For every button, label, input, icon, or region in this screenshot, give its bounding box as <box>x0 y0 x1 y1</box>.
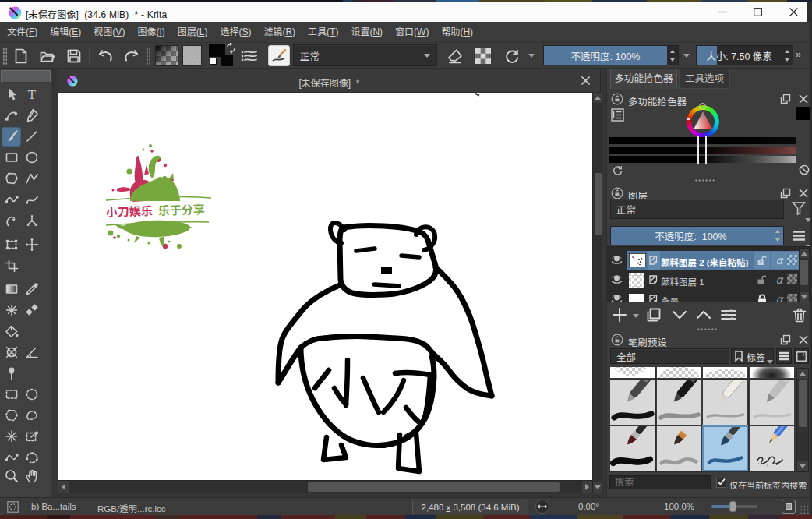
open-document-button[interactable] <box>37 46 58 66</box>
brush-preset-thumbnail[interactable] <box>609 380 655 425</box>
menu-window[interactable]: 窗口(W) <box>389 22 435 43</box>
docker-splitter-handle[interactable] <box>694 179 715 182</box>
status-image-size[interactable]: 2,480 x 3,508 (34.6 MiB) <box>412 500 528 514</box>
tool-reference-images[interactable] <box>2 364 21 383</box>
tool-assistants[interactable] <box>2 343 21 362</box>
layer-inherit-alpha-icon[interactable] <box>785 291 799 303</box>
toolbar-overflow-chevron[interactable]: » <box>796 48 800 60</box>
tab-advanced-color-selector[interactable]: 多功能拾色器 <box>610 69 677 89</box>
scroll-right-button[interactable] <box>582 481 592 493</box>
tool-select-freehand[interactable] <box>22 406 41 425</box>
tool-calligraphy[interactable] <box>22 106 41 125</box>
tool-move[interactable] <box>22 235 41 255</box>
layer-row[interactable]: 背景 α <box>607 290 812 303</box>
tool-crop[interactable] <box>2 256 21 276</box>
tool-select-bezier[interactable] <box>2 448 21 468</box>
no-color-icon[interactable] <box>799 164 810 175</box>
layer-lock-icon[interactable] <box>754 252 770 269</box>
tool-pan[interactable] <box>22 467 41 486</box>
brush-preset-thumbnail[interactable] <box>702 380 748 425</box>
layer-lock-icon[interactable] <box>754 291 770 303</box>
opacity-slider[interactable]: 不透明度: 100% <box>543 45 679 65</box>
color-strip-value[interactable] <box>609 156 796 163</box>
gradient-chooser[interactable] <box>155 45 178 66</box>
scroll-down-button[interactable] <box>593 482 602 493</box>
hsv-triangle[interactable] <box>690 110 715 135</box>
brush-preset-thumbnail[interactable] <box>656 367 702 379</box>
layer-thumbnail[interactable] <box>629 253 646 267</box>
layer-visibility-icon[interactable] <box>610 254 623 265</box>
tool-dynamic-brush[interactable] <box>2 211 21 231</box>
minimize-button[interactable] <box>705 2 740 22</box>
scroll-up-button[interactable] <box>797 369 808 379</box>
current-color-swatch[interactable] <box>796 107 812 120</box>
brush-preset-thumbnail[interactable] <box>609 367 655 379</box>
tool-zoom[interactable] <box>2 467 21 486</box>
menu-file[interactable]: 文件(F) <box>1 22 44 43</box>
maximize-button[interactable] <box>740 2 775 22</box>
menu-edit[interactable]: 编辑(E) <box>44 22 87 43</box>
tool-select-elliptical[interactable] <box>22 385 41 404</box>
tab-tool-options[interactable]: 工具选项 <box>679 69 730 89</box>
color-strip-saturation[interactable] <box>609 147 796 154</box>
float-docker-icon[interactable] <box>780 188 791 199</box>
window-resize-grip[interactable] <box>800 505 810 514</box>
layer-blend-mode-combobox[interactable]: 正常 <box>610 199 784 219</box>
move-layer-up-button[interactable] <box>694 305 714 325</box>
reload-preset-button[interactable] <box>502 46 522 66</box>
menu-tools[interactable]: 工具(T) <box>302 22 344 43</box>
brush-preset-thumbnail[interactable] <box>702 367 748 379</box>
delete-layer-button[interactable] <box>789 305 810 325</box>
brush-preset-thumbnail[interactable] <box>702 425 748 471</box>
pattern-chooser[interactable] <box>182 45 202 66</box>
tool-ellipse[interactable] <box>22 148 41 168</box>
brush-preset-thumbnail[interactable] <box>749 425 795 471</box>
layer-visibility-icon[interactable] <box>610 274 623 284</box>
tool-select-contiguous[interactable] <box>22 427 41 447</box>
display-mode-button[interactable] <box>794 348 809 364</box>
chevron-down-icon[interactable] <box>767 360 773 364</box>
brush-blend-mode-combobox[interactable]: 正常 <box>293 44 437 66</box>
scroll-down-button[interactable] <box>800 292 809 302</box>
layer-lock-icon[interactable] <box>754 271 770 288</box>
undo-button[interactable] <box>96 46 116 66</box>
menu-image[interactable]: 图像(I) <box>131 22 171 43</box>
filter-layers-icon[interactable] <box>791 200 807 216</box>
tool-select-similar-color[interactable] <box>2 427 21 447</box>
menu-view[interactable]: 视图(V) <box>87 22 131 43</box>
scroll-thumb[interactable] <box>799 380 807 427</box>
scroll-up-button[interactable] <box>800 249 809 258</box>
toolbar-drag-handle[interactable] <box>146 48 151 65</box>
brush-size-slider[interactable]: 大小: 7.50 像素 <box>696 45 793 65</box>
color-strip-hue[interactable] <box>609 137 796 144</box>
layer-row[interactable]: 颜料图层 1 α <box>607 270 812 290</box>
canvas-rotation-knob[interactable] <box>535 500 549 514</box>
scroll-left-button[interactable] <box>58 481 69 493</box>
brush-search-input[interactable] <box>609 475 711 489</box>
brush-preset-thumbnail[interactable] <box>749 380 795 425</box>
close-docker-icon[interactable] <box>799 189 808 198</box>
docker-lock-icon[interactable] <box>611 93 623 105</box>
tool-polyline[interactable] <box>22 169 41 189</box>
canvas-horizontal-scrollbar[interactable] <box>58 480 592 493</box>
close-docker-icon[interactable] <box>799 94 808 104</box>
hue-ring-cursor[interactable] <box>699 103 706 110</box>
brush-preset-thumbnail[interactable] <box>656 425 702 471</box>
close-button[interactable] <box>776 2 810 22</box>
brush-preset-thumbnail[interactable] <box>609 425 655 471</box>
size-spinner[interactable] <box>782 47 792 64</box>
layer-list-scrollbar[interactable] <box>799 248 810 302</box>
tool-select-rectangular[interactable] <box>2 385 21 404</box>
save-button[interactable] <box>64 46 84 66</box>
docker-lock-icon[interactable] <box>611 187 623 199</box>
duplicate-layer-button[interactable] <box>644 305 664 325</box>
search-current-tag-checkbox[interactable] <box>716 478 726 488</box>
tool-shape-select[interactable] <box>2 85 21 104</box>
docker-lock-icon[interactable] <box>611 334 623 346</box>
brush-grid-scrollbar[interactable] <box>796 368 809 472</box>
background-color-swatch[interactable] <box>221 55 233 66</box>
tool-select-magnetic[interactable] <box>22 448 41 468</box>
layer-properties-button[interactable] <box>718 305 739 325</box>
layer-opacity-spinner[interactable] <box>772 228 782 244</box>
layer-thumbnail[interactable] <box>629 292 646 303</box>
